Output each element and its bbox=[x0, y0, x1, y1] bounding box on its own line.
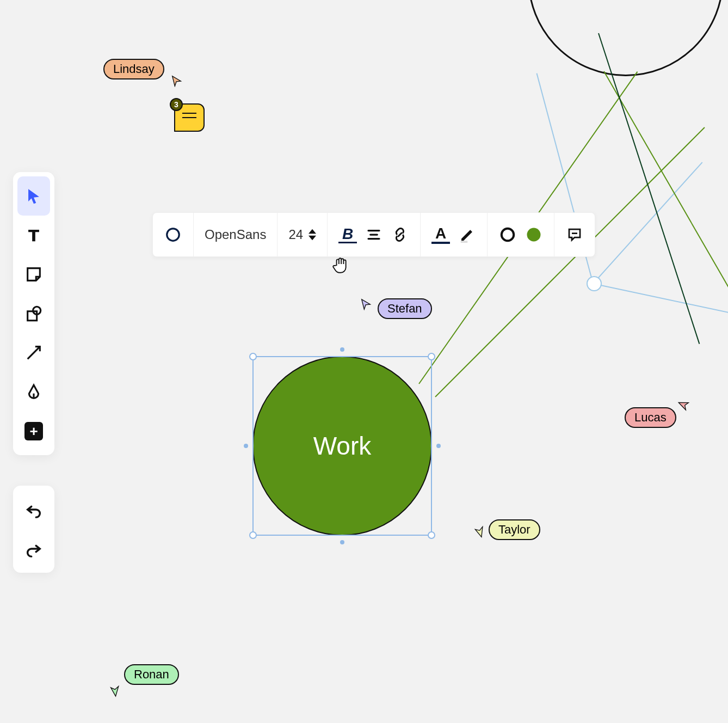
hand-cursor-icon bbox=[331, 256, 349, 277]
decrease-font-icon[interactable] bbox=[309, 235, 316, 241]
mid-handle-w[interactable] bbox=[244, 444, 248, 448]
collaborator-lucas: Lucas bbox=[625, 407, 692, 428]
mid-handle-s[interactable] bbox=[340, 540, 344, 544]
comment-lines-icon bbox=[182, 117, 196, 118]
svg-point-5 bbox=[527, 228, 541, 242]
collaborator-taylor: Taylor bbox=[473, 519, 540, 540]
text-color-button[interactable]: A bbox=[431, 225, 450, 244]
fill-color-swatch[interactable] bbox=[525, 225, 543, 244]
plus-icon: + bbox=[24, 422, 43, 440]
bold-button[interactable]: B bbox=[338, 226, 357, 243]
undo-button[interactable] bbox=[17, 490, 50, 529]
cursor-icon bbox=[677, 396, 694, 415]
text-tool[interactable] bbox=[17, 216, 50, 255]
add-comment-button[interactable] bbox=[565, 225, 584, 244]
highlight-button[interactable] bbox=[458, 225, 476, 244]
resize-handle-nw[interactable] bbox=[249, 353, 257, 360]
link-button[interactable] bbox=[391, 225, 409, 244]
mid-handle-n[interactable] bbox=[340, 347, 344, 352]
collaborator-badge: Ronan bbox=[124, 664, 179, 685]
svg-rect-3 bbox=[461, 241, 468, 243]
collaborator-badge: Stefan bbox=[378, 298, 432, 319]
redo-button[interactable] bbox=[17, 529, 50, 568]
canvas-connector bbox=[593, 283, 728, 318]
svg-point-4 bbox=[502, 229, 514, 241]
arrow-tool[interactable] bbox=[17, 333, 50, 372]
align-button[interactable] bbox=[365, 225, 383, 244]
pen-tool[interactable] bbox=[17, 372, 50, 412]
font-size-value[interactable]: 24 bbox=[288, 227, 303, 242]
history-toolbar bbox=[13, 486, 54, 573]
resize-handle-sw[interactable] bbox=[249, 531, 257, 539]
collaborator-ronan: Ronan bbox=[109, 664, 179, 685]
select-tool[interactable] bbox=[17, 176, 50, 216]
canvas-node[interactable] bbox=[587, 276, 602, 291]
canvas[interactable]: Work 3 Lindsay Stefan Lucas bbox=[0, 0, 728, 723]
svg-point-2 bbox=[167, 229, 180, 241]
cursor-icon bbox=[106, 679, 124, 698]
resize-handle-ne[interactable] bbox=[428, 353, 435, 360]
increase-font-icon[interactable] bbox=[309, 229, 316, 234]
cursor-icon bbox=[471, 521, 488, 538]
more-tools-button[interactable]: + bbox=[17, 412, 50, 451]
comment-count-badge: 3 bbox=[170, 98, 183, 111]
comment-pin[interactable]: 3 bbox=[174, 103, 205, 132]
left-toolbar: + bbox=[13, 172, 54, 455]
font-family-select[interactable]: OpenSans bbox=[205, 227, 266, 242]
font-size-stepper[interactable]: 24 bbox=[288, 227, 316, 242]
collaborator-lindsay: Lindsay bbox=[103, 59, 180, 79]
canvas-connector bbox=[598, 33, 700, 344]
selection-frame[interactable] bbox=[252, 356, 432, 536]
collaborator-stefan: Stefan bbox=[362, 298, 432, 319]
collaborator-badge: Lucas bbox=[625, 407, 676, 428]
context-toolbar: OpenSans 24 B A bbox=[152, 212, 595, 257]
mid-handle-e[interactable] bbox=[436, 444, 441, 448]
shape-type-circle-icon[interactable] bbox=[164, 225, 182, 244]
svg-rect-0 bbox=[28, 311, 37, 321]
cursor-icon bbox=[360, 298, 372, 313]
canvas-arc-shape bbox=[528, 0, 724, 76]
collaborator-badge: Taylor bbox=[489, 519, 540, 540]
cursor-icon bbox=[171, 75, 183, 89]
collaborator-badge: Lindsay bbox=[103, 59, 164, 79]
resize-handle-se[interactable] bbox=[428, 531, 435, 539]
stroke-color-swatch[interactable] bbox=[498, 225, 517, 244]
sticky-tool[interactable] bbox=[17, 255, 50, 294]
shape-tool[interactable] bbox=[17, 294, 50, 333]
